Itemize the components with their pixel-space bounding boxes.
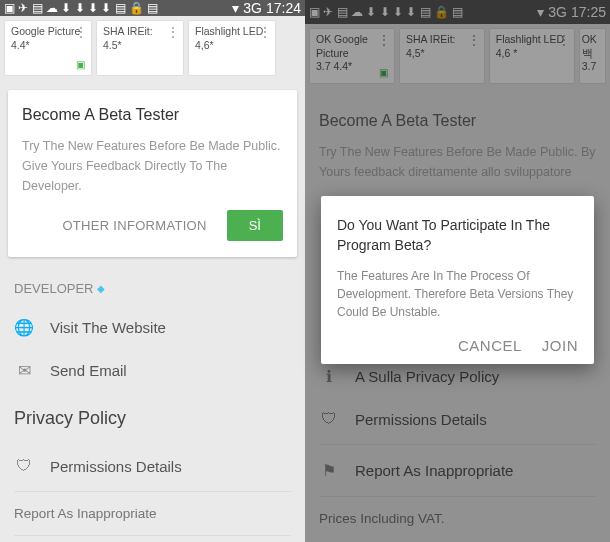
screen-right: ▣ ✈ ▤ ☁ ⬇ ⬇ ⬇ ⬇ ▤ 🔒 ▤ ▾ 3G 17:25 ⋮ OK Go… xyxy=(305,0,610,542)
more-icon[interactable]: ⋮ xyxy=(468,33,480,49)
developer-section: DEVELOPER ◆ 🌐 Visit The Website ✉ Send E… xyxy=(0,267,305,542)
app-card[interactable]: ⋮ SHA IREit: 4.5* xyxy=(96,20,184,76)
flag-icon: ⚑ xyxy=(319,461,339,480)
item-label: Send Email xyxy=(50,362,127,379)
report-item[interactable]: Report As Inappropriate xyxy=(14,496,291,531)
app-card[interactable]: ⋮ Google Picture 4.4* ▣ xyxy=(4,20,92,76)
beta-tester-card: Become A Beta Tester Try The New Feature… xyxy=(8,90,297,257)
app-rating: 4,5* xyxy=(406,47,478,61)
app-rating: 3.7 4.4* xyxy=(316,60,388,74)
app-rating: 4,6 * xyxy=(496,47,568,61)
more-icon[interactable]: ⋮ xyxy=(259,25,271,41)
badge-icon: ▣ xyxy=(76,58,85,71)
app-card[interactable]: ⋮ SHA IREit: 4,5* xyxy=(399,28,485,84)
divider xyxy=(14,535,291,536)
app-card[interactable]: OK 백 3.7 xyxy=(579,28,606,84)
clock: 17:25 xyxy=(571,4,606,20)
badge-icon: ▣ xyxy=(379,66,388,79)
beta-dialog: Do You Want To Participate In The Progra… xyxy=(321,196,594,364)
wifi-icon: ▾ xyxy=(537,4,544,20)
app-name: Flashlight LED xyxy=(195,25,269,39)
app-carousel[interactable]: ⋮ OK Google Picture 3.7 4.4* ▣ ⋮ SHA IRE… xyxy=(305,24,610,88)
network-label: 3G xyxy=(243,0,262,16)
shield-icon: 🛡 xyxy=(319,410,339,428)
app-rating: 4,6* xyxy=(195,39,269,53)
clock: 17:24 xyxy=(266,0,301,16)
send-email-item[interactable]: ✉ Send Email xyxy=(14,349,291,392)
app-name: OK 백 xyxy=(582,33,603,60)
developer-header[interactable]: DEVELOPER ◆ xyxy=(14,267,291,306)
shield-icon: 🛡 xyxy=(14,457,34,475)
permissions-item[interactable]: 🛡 Permissions Details xyxy=(14,445,291,487)
screen-left: ▣ ✈ ▤ ☁ ⬇ ⬇ ⬇ ⬇ ▤ 🔒 ▤ ▾ 3G 17:24 ⋮ Googl… xyxy=(0,0,305,542)
app-name: Google Picture xyxy=(11,25,85,39)
more-icon[interactable]: ⋮ xyxy=(75,25,87,41)
item-label: Permissions Details xyxy=(355,411,487,428)
yes-button[interactable]: SÌ xyxy=(227,210,283,241)
privacy-policy-item[interactable]: Privacy Policy xyxy=(14,392,291,445)
dialog-body: The Features Are In The Process Of Devel… xyxy=(337,267,578,321)
app-card[interactable]: ⋮ Flashlight LED 4,6 * xyxy=(489,28,575,84)
email-icon: ✉ xyxy=(14,361,34,380)
visit-website-item[interactable]: 🌐 Visit The Website xyxy=(14,306,291,349)
app-rating: 4.4* xyxy=(11,39,85,53)
network-label: 3G xyxy=(548,4,567,20)
wifi-icon: ▾ xyxy=(232,0,239,16)
divider xyxy=(319,496,596,497)
item-label: A Sulla Privacy Policy xyxy=(355,368,499,385)
more-icon[interactable]: ⋮ xyxy=(378,33,390,49)
beta-title: Become A Beta Tester xyxy=(22,106,283,124)
item-label: Permissions Details xyxy=(50,458,182,475)
beta-desc: Try The New Features Before Be Made Publ… xyxy=(22,136,283,196)
report-item[interactable]: ⚑ Report As Inappropriate xyxy=(319,449,596,492)
dialog-title: Do You Want To Participate In The Progra… xyxy=(337,216,578,255)
more-icon[interactable]: ⋮ xyxy=(558,33,570,49)
app-name: SHA IREit: xyxy=(103,25,177,39)
divider xyxy=(14,491,291,492)
divider xyxy=(319,444,596,445)
app-carousel[interactable]: ⋮ Google Picture 4.4* ▣ ⋮ SHA IREit: 4.5… xyxy=(0,16,305,80)
globe-icon: 🌐 xyxy=(14,318,34,337)
item-label: Privacy Policy xyxy=(14,408,126,429)
beta-desc: Try The New Features Before Be Made Publ… xyxy=(319,142,596,182)
other-info-button[interactable]: OTHER INFORMATION xyxy=(62,218,206,233)
beta-title: Become A Beta Tester xyxy=(319,88,596,142)
app-card[interactable]: ⋮ OK Google Picture 3.7 4.4* ▣ xyxy=(309,28,395,84)
more-icon[interactable]: ⋮ xyxy=(167,25,179,41)
item-label: Visit The Website xyxy=(50,319,166,336)
item-label: Report As Inappropriate xyxy=(355,462,513,479)
status-bar: ▣ ✈ ▤ ☁ ⬇ ⬇ ⬇ ⬇ ▤ 🔒 ▤ ▾ 3G 17:24 xyxy=(0,0,305,16)
status-icons: ▣ ✈ ▤ ☁ ⬇ ⬇ ⬇ ⬇ ▤ 🔒 ▤ xyxy=(309,5,463,19)
expand-icon: ◆ xyxy=(97,283,105,294)
status-icons: ▣ ✈ ▤ ☁ ⬇ ⬇ ⬇ ⬇ ▤ 🔒 ▤ xyxy=(4,1,158,15)
app-rating: 4.5* xyxy=(103,39,177,53)
cancel-button[interactable]: CANCEL xyxy=(458,337,522,354)
app-rating: 3.7 xyxy=(582,60,603,74)
app-card[interactable]: ⋮ Flashlight LED 4,6* xyxy=(188,20,276,76)
vat-label: Prices Including VAT. xyxy=(319,501,596,536)
join-button[interactable]: JOIN xyxy=(542,337,578,354)
beta-section: Become A Beta Tester Try The New Feature… xyxy=(305,88,610,182)
info-icon: ℹ xyxy=(319,367,339,386)
status-bar: ▣ ✈ ▤ ☁ ⬇ ⬇ ⬇ ⬇ ▤ 🔒 ▤ ▾ 3G 17:25 xyxy=(305,0,610,24)
permissions-item[interactable]: 🛡 Permissions Details xyxy=(319,398,596,440)
